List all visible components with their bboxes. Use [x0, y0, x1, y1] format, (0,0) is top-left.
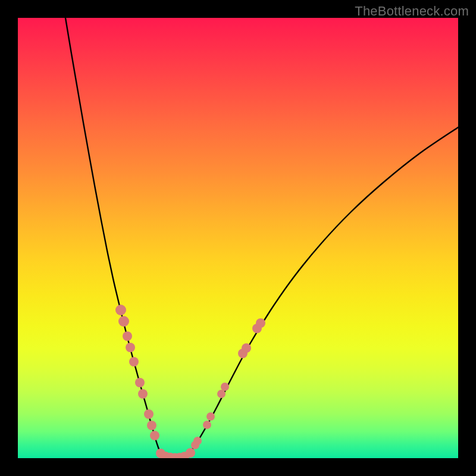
marker-right-8 [256, 318, 265, 328]
marker-right-3 [217, 390, 226, 398]
marker-left-8 [147, 421, 156, 430]
marker-left-1 [118, 316, 129, 327]
marker-left-9 [150, 431, 159, 440]
marker-right-0 [193, 437, 202, 445]
marker-right-4 [221, 383, 229, 391]
marker-trough-6 [186, 448, 195, 458]
marker-right-6 [242, 343, 251, 353]
marker-left-6 [138, 389, 148, 399]
chart-svg [18, 18, 458, 458]
marker-right-1 [203, 421, 211, 429]
trough-marker-group [156, 441, 199, 458]
marker-left-2 [123, 331, 132, 341]
chart-stage: TheBottleneck.com [0, 0, 476, 476]
left-branch-curve [65, 18, 161, 453]
marker-left-5 [135, 378, 145, 387]
watermark-text: TheBottleneck.com [355, 4, 469, 19]
marker-left-3 [126, 343, 135, 352]
marker-left-0 [115, 305, 126, 315]
marker-left-7 [144, 409, 154, 419]
marker-left-4 [129, 357, 139, 367]
right-branch-curve [189, 127, 458, 454]
plot-area [18, 18, 458, 458]
marker-right-2 [206, 412, 215, 421]
